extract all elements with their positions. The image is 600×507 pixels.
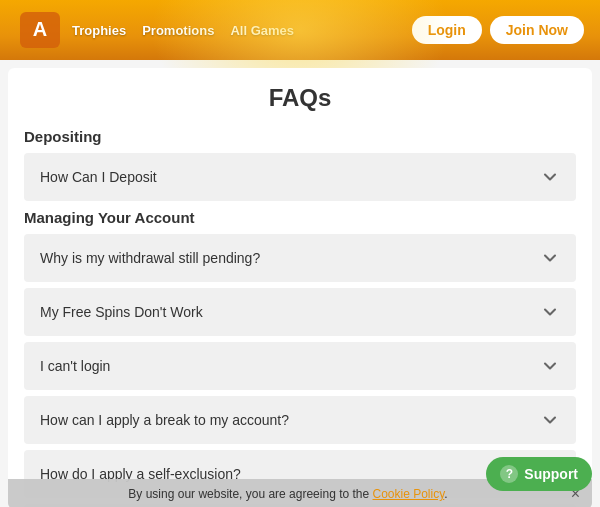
faq-question: Why is my withdrawal still pending? xyxy=(40,250,260,266)
svg-text:A: A xyxy=(33,18,47,40)
nav-promotions[interactable]: Promotions xyxy=(142,23,214,38)
depositing-section-title: Depositing xyxy=(24,128,576,145)
cookie-policy-link[interactable]: Cookie Policy xyxy=(373,487,445,501)
faq-item[interactable]: How can I apply a break to my account? xyxy=(24,396,576,444)
support-label: Support xyxy=(524,466,578,482)
faq-item[interactable]: Why is my withdrawal still pending? xyxy=(24,234,576,282)
main-content: FAQs Depositing How Can I Deposit Managi… xyxy=(8,68,592,507)
faq-question: How Can I Deposit xyxy=(40,169,157,185)
chevron-down-icon xyxy=(540,167,560,187)
chevron-down-icon xyxy=(540,410,560,430)
header-buttons: Login Join Now xyxy=(412,16,584,44)
login-button[interactable]: Login xyxy=(412,16,482,44)
nav-trophies[interactable]: Trophies xyxy=(72,23,126,38)
depositing-section: Depositing How Can I Deposit xyxy=(24,128,576,201)
header: A Trophies Promotions All Games Login Jo… xyxy=(0,0,600,60)
chevron-down-icon xyxy=(540,248,560,268)
faq-question: My Free Spins Don't Work xyxy=(40,304,203,320)
support-button[interactable]: ? Support xyxy=(486,457,592,491)
faq-question: I can't login xyxy=(40,358,110,374)
faq-item[interactable]: I can't login xyxy=(24,342,576,390)
join-now-button[interactable]: Join Now xyxy=(490,16,584,44)
faq-question: How can I apply a break to my account? xyxy=(40,412,289,428)
page-title: FAQs xyxy=(24,84,576,112)
faq-item[interactable]: How Can I Deposit xyxy=(24,153,576,201)
faq-item[interactable]: My Free Spins Don't Work xyxy=(24,288,576,336)
cookie-text: By using our website, you are agreeing t… xyxy=(128,487,447,501)
chevron-down-icon xyxy=(540,302,560,322)
nav-links: Trophies Promotions All Games xyxy=(72,23,294,38)
managing-section-title: Managing Your Account xyxy=(24,209,576,226)
nav-all-games[interactable]: All Games xyxy=(230,23,294,38)
logo-area: A Trophies Promotions All Games xyxy=(16,8,294,52)
support-icon: ? xyxy=(500,465,518,483)
chevron-down-icon xyxy=(540,356,560,376)
logo: A xyxy=(16,8,64,52)
